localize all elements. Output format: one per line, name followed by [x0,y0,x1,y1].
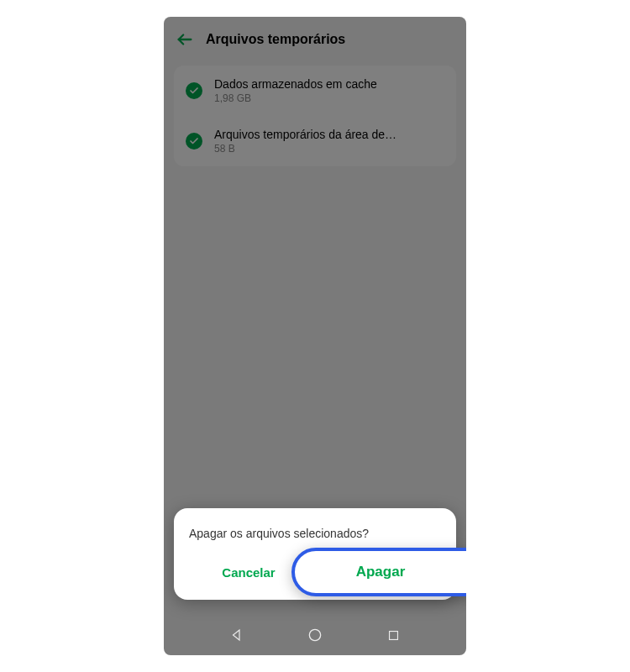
nav-back-icon[interactable] [220,618,254,652]
cancel-button[interactable]: Cancelar [189,557,308,588]
screen-content: Arquivos temporários Dados armazenados e… [164,17,466,655]
phone-frame: Arquivos temporários Dados armazenados e… [164,17,466,655]
svg-marker-1 [233,630,239,640]
highlight-label: Apagar [356,564,406,580]
android-nav-bar [164,615,466,655]
nav-home-icon[interactable] [298,618,332,652]
dialog-message: Apagar os arquivos selecionados? [189,527,441,540]
nav-recent-icon[interactable] [376,618,410,652]
svg-rect-3 [389,631,397,639]
svg-point-2 [309,629,320,640]
tutorial-highlight-delete-button[interactable]: Apagar [291,548,466,596]
